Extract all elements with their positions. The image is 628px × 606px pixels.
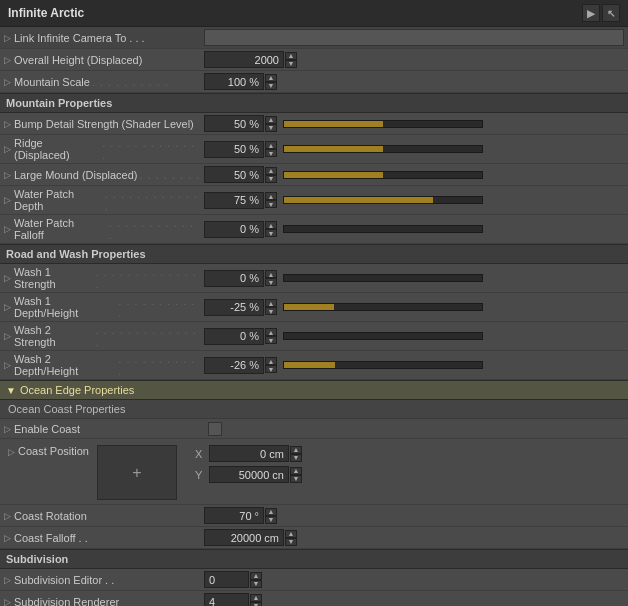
ocean-edge-label: Ocean Edge Properties	[20, 384, 134, 396]
water-patch-falloff-input[interactable]	[204, 221, 264, 238]
cr-up[interactable]: ▲	[265, 508, 277, 516]
w1s-down[interactable]: ▼	[265, 278, 277, 286]
oh-up-arrow[interactable]: ▲	[285, 52, 297, 60]
w2d-arrow: ▷	[4, 360, 11, 370]
w1s-up[interactable]: ▲	[265, 270, 277, 278]
coast-y-spinner[interactable]: ▲ ▼	[290, 467, 302, 483]
w2s-down[interactable]: ▼	[265, 336, 277, 344]
bd-down[interactable]: ▼	[265, 124, 277, 132]
w2s-spinner[interactable]: ▲ ▼	[265, 328, 277, 344]
cy-down[interactable]: ▼	[290, 475, 302, 483]
ridge-input[interactable]	[204, 141, 264, 158]
wash2-depth-slider[interactable]	[283, 361, 483, 369]
wpd-down[interactable]: ▼	[265, 200, 277, 208]
wash1-strength-slider[interactable]	[283, 274, 483, 282]
srr-up[interactable]: ▲	[250, 594, 262, 602]
ridge-down[interactable]: ▼	[265, 149, 277, 157]
wpd-up[interactable]: ▲	[265, 192, 277, 200]
overall-height-input[interactable]	[204, 51, 284, 68]
cy-up[interactable]: ▲	[290, 467, 302, 475]
w1d-spinner[interactable]: ▲ ▼	[265, 299, 277, 315]
wash2-strength-input[interactable]	[204, 328, 264, 345]
w1d-down[interactable]: ▼	[265, 307, 277, 315]
prop-coast-position: ▷ Coast Position + X ▲ ▼ Y	[0, 439, 628, 505]
bd-up[interactable]: ▲	[265, 116, 277, 124]
wash2-depth-input[interactable]	[204, 357, 264, 374]
water-patch-falloff-slider[interactable]	[283, 225, 483, 233]
coast-x-spinner[interactable]: ▲ ▼	[290, 446, 302, 462]
w2d-down[interactable]: ▼	[265, 365, 277, 373]
ms-down-arrow[interactable]: ▼	[265, 82, 277, 90]
link-input[interactable]	[204, 29, 624, 46]
se-down[interactable]: ▼	[250, 580, 262, 588]
coast-position-crosshair[interactable]: +	[97, 445, 177, 500]
cff-up[interactable]: ▲	[285, 530, 297, 538]
large-mound-spinner[interactable]: ▲ ▼	[265, 167, 277, 183]
ridge-up[interactable]: ▲	[265, 141, 277, 149]
subdiv-editor-input[interactable]	[204, 571, 249, 588]
bump-detail-slider[interactable]	[283, 120, 483, 128]
cursor-btn[interactable]: ↖	[602, 4, 620, 22]
coast-x-input[interactable]	[209, 445, 289, 462]
w1d-up[interactable]: ▲	[265, 299, 277, 307]
subdiv-renderer-spinner[interactable]: ▲ ▼	[250, 594, 262, 607]
large-mound-input[interactable]	[204, 166, 264, 183]
main-panel: Infinite Arctic ▶ ↖ ▷ Link Infinite Came…	[0, 0, 628, 606]
ms-up-arrow[interactable]: ▲	[265, 74, 277, 82]
prop-wash2-depth: ▷ Wash 2 Depth/Height . . . . . . . . . …	[0, 351, 628, 380]
cx-down[interactable]: ▼	[290, 454, 302, 462]
overall-height-spinner[interactable]: ▲ ▼	[285, 52, 297, 68]
bump-detail-spinner[interactable]: ▲ ▼	[265, 116, 277, 132]
wpf-down[interactable]: ▼	[265, 229, 277, 237]
mountain-scale-label: ▷ Mountain Scale . . . . . . . . . .	[4, 76, 204, 88]
subdiv-renderer-input[interactable]	[204, 593, 249, 606]
wash1-depth-slider[interactable]	[283, 303, 483, 311]
lm-up[interactable]: ▲	[265, 167, 277, 175]
prop-wash1-strength: ▷ Wash 1 Strength . . . . . . . . . . . …	[0, 264, 628, 293]
prop-mountain-scale: ▷ Mountain Scale . . . . . . . . . . ▲ ▼	[0, 71, 628, 93]
ms-arrow-icon: ▷	[4, 77, 11, 87]
ridge-arrow: ▷	[4, 144, 11, 154]
ridge-spinner[interactable]: ▲ ▼	[265, 141, 277, 157]
wpf-up[interactable]: ▲	[265, 221, 277, 229]
ocean-edge-header[interactable]: ▼ Ocean Edge Properties	[0, 380, 628, 400]
subdiv-editor-spinner[interactable]: ▲ ▼	[250, 572, 262, 588]
srr-down[interactable]: ▼	[250, 602, 262, 607]
link-arrow-icon: ▷	[4, 33, 11, 43]
ridge-slider[interactable]	[283, 145, 483, 153]
w1d-arrow: ▷	[4, 302, 11, 312]
water-patch-depth-input[interactable]	[204, 192, 264, 209]
large-mound-slider[interactable]	[283, 171, 483, 179]
oh-down-arrow[interactable]: ▼	[285, 60, 297, 68]
se-up[interactable]: ▲	[250, 572, 262, 580]
coast-falloff-input[interactable]	[204, 529, 284, 546]
cx-up[interactable]: ▲	[290, 446, 302, 454]
bump-detail-input[interactable]	[204, 115, 264, 132]
mountain-scale-spinner[interactable]: ▲ ▼	[265, 74, 277, 90]
water-patch-depth-spinner[interactable]: ▲ ▼	[265, 192, 277, 208]
cff-down[interactable]: ▼	[285, 538, 297, 546]
wash1-strength-input[interactable]	[204, 270, 264, 287]
mountain-properties-header: Mountain Properties	[0, 93, 628, 113]
enable-coast-checkbox[interactable]	[208, 422, 222, 436]
coast-falloff-spinner[interactable]: ▲ ▼	[285, 530, 297, 546]
water-patch-falloff-spinner[interactable]: ▲ ▼	[265, 221, 277, 237]
w1s-spinner[interactable]: ▲ ▼	[265, 270, 277, 286]
w2d-spinner[interactable]: ▲ ▼	[265, 357, 277, 373]
w2s-up[interactable]: ▲	[265, 328, 277, 336]
w2d-up[interactable]: ▲	[265, 357, 277, 365]
coast-y-input[interactable]	[209, 466, 289, 483]
wash1-depth-input[interactable]	[204, 299, 264, 316]
coast-rotation-spinner[interactable]: ▲ ▼	[265, 508, 277, 524]
mountain-scale-input[interactable]	[204, 73, 264, 90]
prop-water-patch-falloff: ▷ Water Patch Falloff . . . . . . . . . …	[0, 215, 628, 244]
water-patch-falloff-label: ▷ Water Patch Falloff . . . . . . . . . …	[4, 217, 204, 241]
coast-rotation-input[interactable]	[204, 507, 264, 524]
water-patch-depth-slider[interactable]	[283, 196, 483, 204]
arrow-btn[interactable]: ▶	[582, 4, 600, 22]
prop-large-mound: ▷ Large Mound (Displaced) . . . . . . . …	[0, 164, 628, 186]
cr-down[interactable]: ▼	[265, 516, 277, 524]
lm-down[interactable]: ▼	[265, 175, 277, 183]
wash2-strength-slider[interactable]	[283, 332, 483, 340]
prop-wash1-depth: ▷ Wash 1 Depth/Height . . . . . . . . . …	[0, 293, 628, 322]
